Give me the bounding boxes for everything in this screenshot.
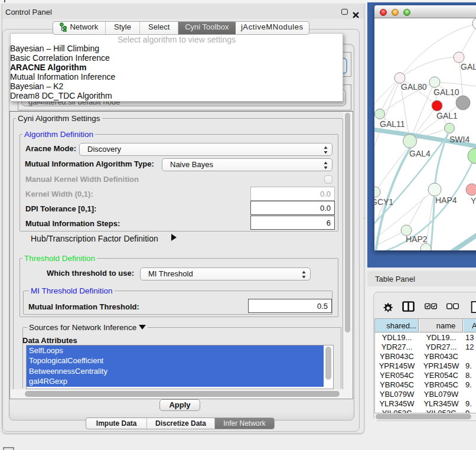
- svg-text:HAP4: HAP4: [435, 195, 457, 205]
- svg-text:Y: Y: [471, 196, 476, 206]
- svg-text:GAL4: GAL4: [409, 149, 431, 158]
- svg-text:GAL11: GAL11: [380, 119, 405, 129]
- svg-text:GAL10: GAL10: [433, 87, 459, 97]
- svg-text:GAL1: GAL1: [436, 111, 458, 120]
- svg-text:GAL80: GAL80: [401, 82, 427, 92]
- svg-text:GCY1: GCY1: [374, 197, 393, 207]
- svg-text:GAL2: GAL2: [461, 62, 476, 71]
- svg-text:HAP2: HAP2: [406, 234, 428, 244]
- svg-text:SWI4: SWI4: [449, 135, 470, 144]
